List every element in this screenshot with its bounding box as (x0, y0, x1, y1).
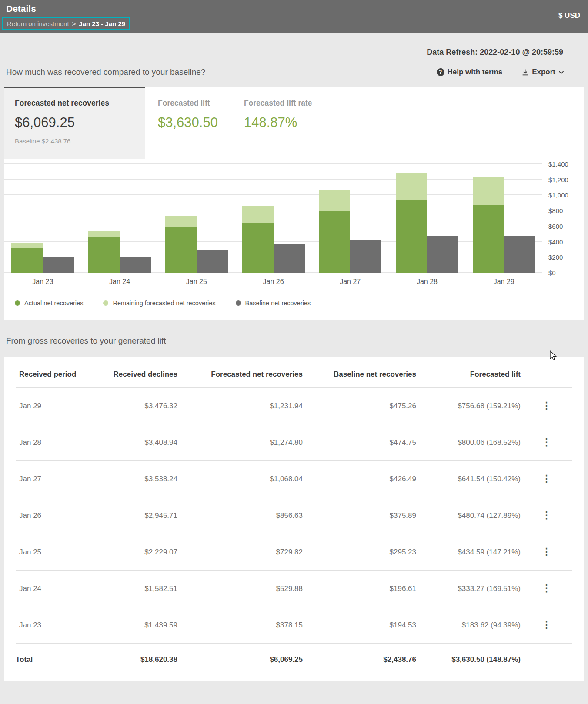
table-total-row: Total$18,620.38$6,069.25$2,438.76$3,630.… (16, 644, 572, 677)
cell-received-period: Jan 23 (16, 607, 77, 644)
total-cell-received-declines: $18,620.38 (77, 644, 177, 677)
data-refresh-timestamp: Data Refresh: 2022-02-10 @ 20:59:59 (4, 48, 584, 57)
toolbar-actions: ? Help with terms Export (437, 68, 564, 77)
row-menu-kebab-icon[interactable]: ⋮ (542, 546, 551, 557)
row-actions-cell: ⋮ (521, 607, 572, 644)
export-label: Export (532, 68, 555, 77)
y-axis-tick-label: $1,200 (548, 176, 568, 184)
row-menu-kebab-icon[interactable]: ⋮ (542, 473, 551, 484)
forecasted-recoveries-bar[interactable] (88, 164, 120, 273)
baseline-segment (120, 257, 151, 273)
cell-baseline-net-recoveries: $194.53 (303, 607, 416, 644)
y-axis-tick-label: $1,400 (548, 160, 568, 168)
x-axis-label: Jan 26 (235, 278, 312, 286)
y-axis-tick-label: $600 (548, 223, 563, 230)
table-header-row: Received periodReceived declinesForecast… (16, 359, 572, 388)
export-button[interactable]: Export (521, 68, 564, 77)
row-menu-kebab-icon[interactable]: ⋮ (542, 583, 551, 594)
row-menu-kebab-icon[interactable]: ⋮ (542, 437, 551, 447)
y-axis-tick-label: $800 (548, 207, 563, 214)
cell-forecasted-net-recoveries: $1,274.80 (177, 424, 303, 461)
actual-recoveries-segment (396, 200, 427, 273)
breadcrumb-current: Jan 23 - Jan 29 (79, 20, 125, 27)
cell-received-declines: $1,582.51 (77, 571, 177, 607)
content: Data Refresh: 2022-02-10 @ 20:59:59 How … (0, 48, 588, 681)
bar-group-jan-25 (158, 164, 235, 273)
table-row-jan-29: Jan 29$3,476.32$1,231.94$475.26$756.68 (… (16, 388, 572, 424)
section-question: How much was recovered compared to your … (6, 67, 205, 77)
tab-forecasted-net-recoveries[interactable]: Forecasted net recoveries$6,069.25Baseli… (4, 87, 145, 159)
legend-dot-icon (15, 300, 20, 306)
tab-forecasted-lift-rate[interactable]: Forecasted lift rate148.87% (231, 87, 325, 159)
y-axis-tick-label: $0 (548, 269, 556, 277)
table-row-jan-28: Jan 28$3,408.94$1,274.80$474.75$800.06 (… (16, 424, 572, 461)
legend-item-baseline-net-recoveries: Baseline net recoveries (236, 300, 311, 307)
forecasted-recoveries-bar[interactable] (473, 164, 504, 273)
breadcrumb[interactable]: Return on investment > Jan 23 - Jan 29 (2, 17, 130, 30)
chart-plot-area (4, 164, 542, 273)
cell-received-period: Jan 25 (16, 534, 77, 571)
recoveries-bar-chart: $0$200$400$600$800$1,000$1,200$1,400 Jan… (4, 159, 584, 320)
remaining-forecasted-segment (473, 177, 504, 205)
actual-recoveries-segment (11, 248, 43, 273)
row-actions-cell: ⋮ (521, 461, 572, 497)
recoveries-table-card: Received periodReceived declinesForecast… (4, 357, 584, 681)
cell-forecasted-lift: $641.54 (150.42%) (416, 461, 521, 497)
x-axis-label: Jan 28 (389, 278, 466, 286)
x-axis-label: Jan 27 (312, 278, 389, 286)
forecasted-recoveries-bar[interactable] (11, 164, 43, 273)
column-header-forecasted-lift: Forecasted lift (416, 359, 521, 388)
baseline-recoveries-bar[interactable] (350, 164, 381, 273)
forecasted-recoveries-bar[interactable] (165, 164, 197, 273)
y-axis-tick-label: $200 (548, 254, 563, 261)
cell-forecasted-lift: $800.06 (168.52%) (416, 424, 521, 461)
row-menu-kebab-icon[interactable]: ⋮ (542, 510, 551, 520)
bar-group-jan-28 (389, 164, 466, 273)
cell-received-declines: $2,945.71 (77, 497, 177, 534)
breadcrumb-parent[interactable]: Return on investment (7, 20, 69, 27)
table-row-jan-24: Jan 24$1,582.51$529.88$196.61$333.27 (16… (16, 571, 572, 607)
row-actions-cell: ⋮ (521, 424, 572, 461)
total-cell-forecasted-net-recoveries: $6,069.25 (177, 644, 303, 677)
tab-forecasted-lift[interactable]: Forecasted lift$3,630.50 (145, 87, 231, 159)
remaining-forecasted-segment (319, 190, 350, 211)
help-icon: ? (437, 68, 444, 76)
legend-label: Remaining forecasted net recoveries (113, 300, 215, 307)
baseline-recoveries-bar[interactable] (504, 164, 535, 273)
baseline-recoveries-bar[interactable] (43, 164, 74, 273)
toolbar-row: How much was recovered compared to your … (4, 67, 584, 77)
cell-forecasted-lift: $480.74 (127.89%) (416, 497, 521, 534)
column-header-received-declines: Received declines (77, 359, 177, 388)
help-with-terms-button[interactable]: ? Help with terms (437, 68, 503, 77)
baseline-recoveries-bar[interactable] (427, 164, 458, 273)
bar-group-jan-29 (465, 164, 542, 273)
baseline-segment (43, 257, 74, 273)
breadcrumb-separator-icon: > (72, 20, 76, 27)
forecasted-recoveries-bar[interactable] (396, 164, 427, 273)
baseline-recoveries-bar[interactable] (197, 164, 228, 273)
bar-group-jan-27 (312, 164, 389, 273)
row-actions-cell: ⋮ (521, 534, 572, 571)
row-actions-cell: ⋮ (521, 571, 572, 607)
legend-item-remaining-forecasted-net-recoveries: Remaining forecasted net recoveries (103, 300, 215, 307)
cell-forecasted-lift: $434.59 (147.21%) (416, 534, 521, 571)
tab-value: $3,630.50 (158, 115, 218, 130)
tab-label: Forecasted net recoveries (15, 99, 134, 108)
currency-selector[interactable]: $ USD (558, 11, 580, 20)
baseline-segment (427, 236, 458, 273)
baseline-segment (197, 250, 228, 273)
cell-forecasted-net-recoveries: $729.82 (177, 534, 303, 571)
baseline-recoveries-bar[interactable] (120, 164, 151, 273)
total-cell-forecasted-lift: $3,630.50 (148.87%) (416, 644, 521, 677)
forecasted-recoveries-bar[interactable] (242, 164, 274, 273)
cell-forecasted-lift: $756.68 (159.21%) (416, 388, 521, 424)
remaining-forecasted-segment (11, 243, 43, 247)
bar-group-jan-26 (235, 164, 312, 273)
cell-received-period: Jan 24 (16, 571, 77, 607)
row-menu-kebab-icon[interactable]: ⋮ (542, 400, 551, 411)
row-menu-kebab-icon[interactable]: ⋮ (542, 619, 551, 630)
cell-forecasted-net-recoveries: $1,068.04 (177, 461, 303, 497)
forecasted-recoveries-bar[interactable] (319, 164, 350, 273)
chevron-down-icon (558, 70, 564, 74)
baseline-recoveries-bar[interactable] (274, 164, 305, 273)
